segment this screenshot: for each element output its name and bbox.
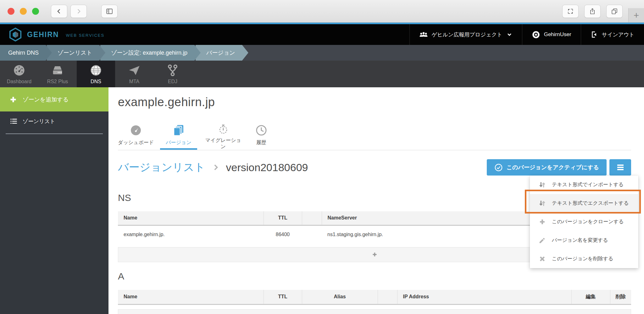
tab-migration[interactable]: マイグレーション xyxy=(203,123,243,150)
ns-record-name: example.gehirn.jp. xyxy=(118,225,264,243)
tab-version[interactable]: バージョン xyxy=(166,123,192,150)
column-header-ip-address: IP Address xyxy=(397,290,571,305)
zone-tabs: ダッシュボード バージョン xyxy=(118,123,631,150)
breadcrumb-item-zone-list[interactable]: ゾーンリスト xyxy=(47,45,105,61)
signout-icon xyxy=(591,31,598,38)
menu-item-delete-version[interactable]: このバージョンを削除する xyxy=(530,250,638,268)
breadcrumb-item-version[interactable]: バージョン xyxy=(196,45,248,61)
tabs-icon xyxy=(611,8,618,15)
fullscreen-button[interactable] xyxy=(562,5,579,18)
ns-record-ttl: 86400 xyxy=(264,225,302,243)
column-header-edit: 編集 xyxy=(571,290,610,305)
version-list-link[interactable]: バージョンリスト xyxy=(118,160,205,175)
breadcrumb-label: バージョン xyxy=(206,49,235,57)
git-fork-icon xyxy=(166,64,179,77)
column-header-ttl: TTL xyxy=(264,211,302,225)
menu-item-label: このバージョンを削除する xyxy=(552,256,613,262)
service-nav-item-mta[interactable]: MTA xyxy=(115,61,153,87)
tab-label: ダッシュボード xyxy=(118,139,154,146)
close-window-button[interactable] xyxy=(8,8,14,15)
back-button[interactable] xyxy=(51,5,67,18)
gauge-icon xyxy=(13,64,26,77)
team-icon xyxy=(419,30,428,39)
activate-version-button[interactable]: このバージョンをアクティブにする xyxy=(487,159,607,176)
tab-history[interactable]: 履歴 xyxy=(255,123,268,150)
menu-item-label: バージョン名を変更する xyxy=(552,237,608,244)
service-nav-label: RS2 Plus xyxy=(47,79,68,84)
forward-icon xyxy=(75,8,82,15)
plus-icon xyxy=(372,252,377,257)
globe-icon xyxy=(89,64,103,77)
signout-button[interactable]: サインアウト xyxy=(581,24,644,45)
brand-suffix: WEB SERVICES xyxy=(66,32,104,38)
breadcrumb-item-zone-settings[interactable]: ゾーン設定: example.gehirn.jp xyxy=(100,45,201,61)
paper-plane-icon xyxy=(128,64,141,77)
clock-icon xyxy=(255,124,268,137)
breadcrumb-item-gehirn-dns[interactable]: Gehirn DNS xyxy=(0,45,52,61)
tab-label: バージョン xyxy=(166,139,192,146)
plus-icon xyxy=(538,219,546,225)
add-zone-button[interactable]: ゾーンを追加する xyxy=(0,87,108,111)
column-header-alias: Alias xyxy=(302,290,378,305)
server-icon xyxy=(51,64,64,77)
hamburger-icon xyxy=(616,163,625,172)
service-nav-item-edj[interactable]: EDJ xyxy=(153,61,192,87)
add-zone-label: ゾーンを追加する xyxy=(23,96,69,103)
gehirn-hexagon-logo-icon xyxy=(8,27,23,42)
menu-item-clone-version[interactable]: このバージョンをクローンする xyxy=(530,213,638,231)
user-menu[interactable]: GehirnUser xyxy=(522,24,581,45)
version-header-row: バージョンリスト version20180609 このバージョンをアクティブにす… xyxy=(118,158,631,177)
minimize-window-button[interactable] xyxy=(20,8,27,15)
user-name: GehirnUser xyxy=(544,31,571,38)
service-nav-item-dashboard[interactable]: Dashboard xyxy=(0,61,38,87)
ns-record-spacer xyxy=(302,225,322,243)
sidebar-icon xyxy=(106,8,113,15)
table-header-row: Name TTL Alias IP Address 編集 削除 xyxy=(118,290,631,305)
project-selector[interactable]: ゲヒルン広報用プロジェクト xyxy=(409,24,522,45)
menu-item-import-text[interactable]: テキスト形式でインポートする xyxy=(530,176,638,194)
import-export-icon xyxy=(538,199,546,207)
sidebar-toggle-button[interactable] xyxy=(101,5,118,18)
menu-item-rename-version[interactable]: バージョン名を変更する xyxy=(530,231,638,250)
breadcrumb-label: ゾーンリスト xyxy=(58,49,92,57)
back-icon xyxy=(56,8,63,15)
app-header: GEHIRN WEB SERVICES ゲヒルン広報用プロジェクト xyxy=(0,24,644,45)
pencil-icon xyxy=(538,237,546,244)
new-tab-button[interactable]: + xyxy=(628,8,644,22)
share-icon xyxy=(589,8,596,15)
a-section-title: A xyxy=(118,271,631,282)
tab-dashboard[interactable]: ダッシュボード xyxy=(118,123,154,150)
tab-label: 履歴 xyxy=(256,139,266,146)
zone-title: example.gehirn.jp xyxy=(118,95,631,109)
a-record-table: Name TTL Alias IP Address 編集 削除 xyxy=(118,290,631,305)
share-button[interactable] xyxy=(584,5,601,18)
breadcrumb-label: Gehirn DNS xyxy=(8,50,39,56)
current-version-name: version20180609 xyxy=(226,161,308,174)
user-avatar xyxy=(532,30,540,39)
tabs-overview-button[interactable] xyxy=(606,5,623,18)
zone-list-label: ゾーンリスト xyxy=(23,118,55,125)
tab-label: マイグレーション xyxy=(203,137,243,150)
activate-version-label: このバージョンをアクティブにする xyxy=(507,164,599,171)
add-a-record-button[interactable] xyxy=(118,309,631,314)
x-icon xyxy=(538,256,546,262)
sidebar-item-zone-list[interactable]: ゾーンリスト xyxy=(0,111,108,131)
version-menu-button[interactable] xyxy=(609,159,631,176)
stopwatch-icon xyxy=(217,124,230,134)
menu-item-export-text[interactable]: テキスト形式でエクスポートする xyxy=(530,194,638,213)
service-nav-label: DNS xyxy=(91,79,101,84)
sidebar-divider xyxy=(6,133,103,134)
brand-logo[interactable]: GEHIRN WEB SERVICES xyxy=(8,24,104,45)
breadcrumb-label: ゾーン設定: example.gehirn.jp xyxy=(111,49,187,57)
service-nav-item-rs2plus[interactable]: RS2 Plus xyxy=(38,61,77,87)
project-name: ゲヒルン広報用プロジェクト xyxy=(432,31,502,38)
import-export-icon xyxy=(538,181,546,189)
column-header-spacer xyxy=(378,290,397,305)
menu-item-label: テキスト形式でインポートする xyxy=(552,181,624,188)
forward-button[interactable] xyxy=(70,5,87,18)
service-nav-item-dns[interactable]: DNS xyxy=(77,61,115,87)
zoom-window-button[interactable] xyxy=(32,8,39,15)
column-header-name: Name xyxy=(118,211,264,225)
chevron-right-icon xyxy=(212,163,220,171)
list-icon xyxy=(9,117,18,125)
